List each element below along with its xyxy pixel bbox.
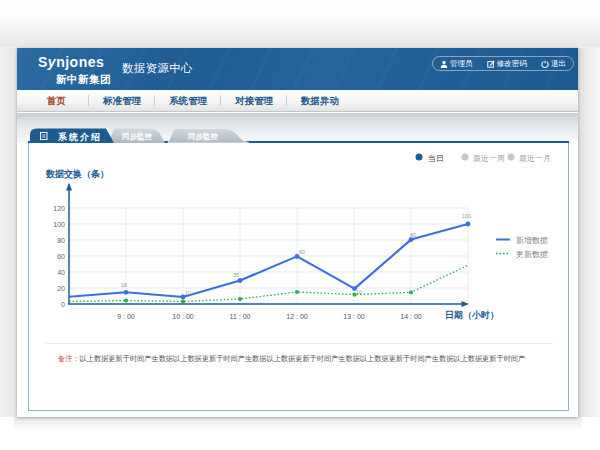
svg-text:10: 10 <box>356 289 362 295</box>
svg-text:80: 80 <box>410 232 416 238</box>
svg-text:当日: 当日 <box>428 154 444 163</box>
svg-text:10 : 00: 10 : 00 <box>172 313 194 320</box>
svg-text:0: 0 <box>61 301 65 308</box>
svg-text:最近一月: 最近一月 <box>519 154 551 163</box>
svg-text:100: 100 <box>462 213 471 219</box>
svg-text:最近一周: 最近一周 <box>473 154 505 163</box>
svg-text:35: 35 <box>233 272 239 278</box>
svg-text:100: 100 <box>53 221 65 228</box>
svg-text:40: 40 <box>57 269 65 276</box>
svg-text:18: 18 <box>121 282 127 288</box>
svg-text:新增数据: 新增数据 <box>516 236 548 245</box>
svg-text:120: 120 <box>53 205 65 212</box>
svg-text:12 : 00: 12 : 00 <box>286 313 308 320</box>
svg-text:60: 60 <box>299 249 305 255</box>
svg-text:60: 60 <box>57 253 65 260</box>
svg-text:9 : 00: 9 : 00 <box>117 313 135 320</box>
svg-text:同步監控: 同步監控 <box>122 132 153 141</box>
svg-text:更新数据: 更新数据 <box>516 250 548 259</box>
svg-text:日期（小时）: 日期（小时） <box>445 310 499 320</box>
svg-text:数据交换（条）: 数据交换（条） <box>45 169 109 179</box>
svg-text:80: 80 <box>57 237 65 244</box>
svg-text:11 : 00: 11 : 00 <box>230 313 251 320</box>
svg-text:系统介绍: 系统介绍 <box>57 132 102 142</box>
svg-text:20: 20 <box>57 285 65 292</box>
svg-text:同步監控: 同步監控 <box>188 132 219 141</box>
svg-text:14 : 00: 14 : 00 <box>400 313 422 320</box>
svg-text:10: 10 <box>185 290 191 296</box>
svg-text:13 : 00: 13 : 00 <box>343 313 365 320</box>
